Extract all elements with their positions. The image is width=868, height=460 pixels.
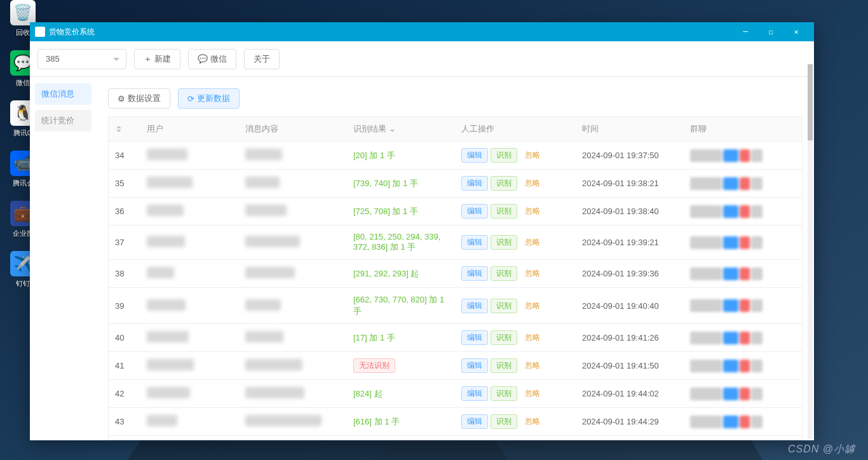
cell-user xyxy=(140,170,239,198)
tab-wechat-messages[interactable]: 微信消息 xyxy=(35,83,92,105)
edit-button[interactable]: 编辑 xyxy=(461,148,488,163)
watermark: CSDN @小罅 xyxy=(788,443,855,456)
ignore-button[interactable]: 忽略 xyxy=(519,148,546,163)
edit-button[interactable]: 编辑 xyxy=(461,299,488,313)
col-idx[interactable] xyxy=(109,117,140,142)
cell-result: [17] 加 1 手 xyxy=(347,324,455,352)
table-row[interactable]: 37 [80, 215, 250, 294, 339, 372, 836] 加 … xyxy=(109,226,802,260)
col-group[interactable]: 群聊 xyxy=(684,117,802,142)
window-scrollbar[interactable] xyxy=(808,64,813,439)
col-result[interactable]: 识别结果 ⌄ xyxy=(347,117,455,142)
table-row[interactable]: 43 [616] 加 1 手 编辑 识别 忽略 2024-09-01 19:44… xyxy=(109,408,802,436)
table-row[interactable]: 42 [824] 起 编辑 识别 忽略 2024-09-01 19:44:02 xyxy=(109,380,802,408)
cell-idx: 34 xyxy=(109,142,140,170)
table-row[interactable]: 36 [725, 708] 加 1 手 编辑 识别 忽略 2024-09-01 … xyxy=(109,198,802,226)
edit-button[interactable]: 编辑 xyxy=(461,235,488,250)
recognize-button[interactable]: 识别 xyxy=(491,358,517,373)
refresh-data-button[interactable]: ⟳ 更新数据 xyxy=(178,88,240,109)
cell-result: [80, 215, 250, 294, 339, 372, 836] 加 1 手 xyxy=(347,226,455,260)
recognize-button[interactable]: 识别 xyxy=(491,266,517,281)
cell-actions: 编辑 识别 忽略 xyxy=(455,142,576,170)
ignore-button[interactable]: 忽略 xyxy=(519,330,546,345)
cell-user xyxy=(140,226,239,260)
recognize-button[interactable]: 识别 xyxy=(491,176,517,191)
toolbar: 385 ＋ 新建 💬 微信 关于 xyxy=(30,41,814,77)
cell-content xyxy=(239,288,347,324)
cell-user xyxy=(140,198,239,226)
table-row[interactable]: 39 [662, 730, 770, 820] 加 1 手 编辑 识别 忽略 2… xyxy=(109,288,802,324)
ignore-button[interactable]: 忽略 xyxy=(519,235,546,250)
cell-content xyxy=(239,380,347,408)
data-settings-button[interactable]: ⚙ 数据设置 xyxy=(108,88,170,109)
ignore-button[interactable]: 忽略 xyxy=(519,358,546,373)
col-content[interactable]: 消息内容 xyxy=(239,117,347,142)
table-row[interactable]: 38 [291, 292, 293] 起 编辑 识别 忽略 2024-09-01… xyxy=(109,260,802,288)
refresh-icon: ⟳ xyxy=(187,94,194,104)
edit-button[interactable]: 编辑 xyxy=(461,204,488,219)
recognize-button[interactable]: 识别 xyxy=(491,299,517,313)
table-row[interactable]: 35 [739, 740] 加 1 手 编辑 识别 忽略 2024-09-01 … xyxy=(109,170,802,198)
ignore-button[interactable]: 忽略 xyxy=(519,266,546,281)
table-row[interactable]: 41 无法识别 编辑 识别 忽略 2024-09-01 19:41:50 xyxy=(109,352,802,380)
cell-result: [824] 起 xyxy=(347,380,455,408)
result-text: [739, 740] 加 1 手 xyxy=(353,179,418,188)
edit-button[interactable]: 编辑 xyxy=(461,414,488,429)
plus-icon: ＋ xyxy=(144,53,152,65)
app-window: 货物竞价系统 ─ ☐ ✕ 385 ＋ 新建 💬 微信 关于 微信消息 统计竞价 … xyxy=(30,22,814,440)
edit-button[interactable]: 编辑 xyxy=(461,266,488,281)
cell-idx: 41 xyxy=(109,352,140,380)
col-user[interactable]: 用户 xyxy=(140,117,239,142)
cell-time: 2024-09-01 19:40:40 xyxy=(576,288,684,324)
edit-button[interactable]: 编辑 xyxy=(461,386,488,401)
cell-time: 2024-09-01 19:44:02 xyxy=(576,380,684,408)
recognize-button[interactable]: 识别 xyxy=(491,204,517,219)
edit-button[interactable]: 编辑 xyxy=(461,176,488,191)
cell-content xyxy=(239,142,347,170)
edit-button[interactable]: 编辑 xyxy=(461,358,488,373)
result-text: [662, 730, 770, 820] 加 1 手 xyxy=(353,295,444,316)
button-label: 数据设置 xyxy=(128,93,161,104)
body: 微信消息 统计竞价 ⚙ 数据设置 ⟳ 更新数据 xyxy=(30,77,814,440)
recognize-button[interactable]: 识别 xyxy=(491,414,517,429)
recognize-button[interactable]: 识别 xyxy=(491,235,517,250)
cell-time: 2024-09-01 19:38:21 xyxy=(576,170,684,198)
col-actions[interactable]: 人工操作 xyxy=(455,117,576,142)
ignore-button[interactable]: 忽略 xyxy=(519,299,546,313)
edit-button[interactable]: 编辑 xyxy=(461,330,488,345)
wechat-button[interactable]: 💬 微信 xyxy=(188,49,236,69)
cell-group xyxy=(684,198,802,226)
id-select[interactable]: 385 xyxy=(37,49,126,69)
ignore-button[interactable]: 忽略 xyxy=(519,414,546,429)
cell-group xyxy=(684,408,802,436)
new-button[interactable]: ＋ 新建 xyxy=(134,49,180,69)
table-row[interactable]: 40 [17] 加 1 手 编辑 识别 忽略 2024-09-01 19:41:… xyxy=(109,324,802,352)
close-button[interactable]: ✕ xyxy=(783,22,809,41)
tab-stats-bidding[interactable]: 统计竞价 xyxy=(35,110,92,132)
select-value: 385 xyxy=(46,54,60,64)
ignore-button[interactable]: 忽略 xyxy=(519,386,546,401)
recognize-button[interactable]: 识别 xyxy=(491,386,517,401)
messages-table: 用户 消息内容 识别结果 ⌄ 人工操作 时间 群聊 34 [20] 加 1 手 … xyxy=(109,117,802,436)
ignore-button[interactable]: 忽略 xyxy=(519,176,546,191)
cell-actions: 编辑 识别 忽略 xyxy=(455,408,576,436)
table-row[interactable]: 34 [20] 加 1 手 编辑 识别 忽略 2024-09-01 19:37:… xyxy=(109,142,802,170)
chat-icon: 💬 xyxy=(198,54,208,64)
cell-content xyxy=(239,226,347,260)
cell-idx: 36 xyxy=(109,198,140,226)
sort-icon xyxy=(116,123,121,135)
cell-result: [739, 740] 加 1 手 xyxy=(347,170,455,198)
table-wrap[interactable]: 用户 消息内容 识别结果 ⌄ 人工操作 时间 群聊 34 [20] 加 1 手 … xyxy=(108,116,803,440)
sidebar: 微信消息 统计竞价 xyxy=(30,77,97,440)
scrollbar-thumb[interactable] xyxy=(808,64,813,140)
cell-time: 2024-09-01 19:39:21 xyxy=(576,226,684,260)
ignore-button[interactable]: 忽略 xyxy=(519,204,546,219)
cell-time: 2024-09-01 19:41:26 xyxy=(576,324,684,352)
recognize-button[interactable]: 识别 xyxy=(491,148,517,163)
recognize-button[interactable]: 识别 xyxy=(491,330,517,345)
about-button[interactable]: 关于 xyxy=(244,49,280,69)
chevron-down-icon: ⌄ xyxy=(389,124,396,133)
cell-actions: 编辑 识别 忽略 xyxy=(455,170,576,198)
col-time[interactable]: 时间 xyxy=(576,117,684,142)
maximize-button[interactable]: ☐ xyxy=(758,22,783,41)
minimize-button[interactable]: ─ xyxy=(733,22,758,41)
